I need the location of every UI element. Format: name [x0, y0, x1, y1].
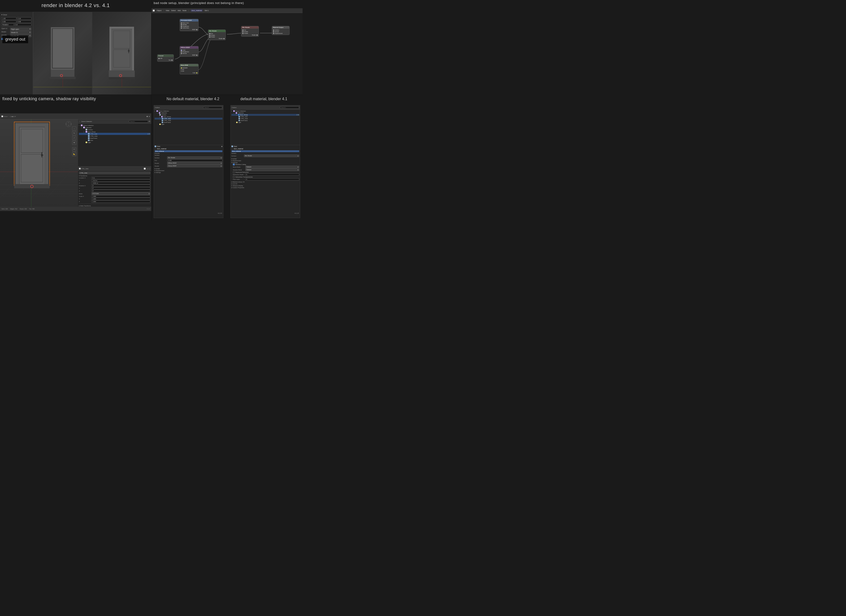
br-r-ctrl-hole-2[interactable]: CTRL_Hole [231, 118, 299, 120]
br-right-line-art[interactable]: ▸ Line Art [231, 183, 299, 185]
br-left-isolate[interactable]: ▸ Isolate [154, 168, 222, 169]
header-select[interactable]: Select [171, 10, 176, 11]
tree-item-scene-collection[interactable]: ▾ Scene Collection [79, 124, 150, 126]
scale-x-value[interactable]: 1.000 [91, 195, 150, 198]
br-left-shader1-dropdown[interactable]: Diffuse BSDF▾ [167, 162, 222, 164]
br-r-light[interactable]: Light [231, 122, 299, 123]
br-right-raytraced-checkbox[interactable] [233, 171, 235, 173]
rot-x-value[interactable]: 0° [91, 185, 150, 187]
node-diffuse-bsdf[interactable]: Diffuse BSDF Color Roughness Normal BSDF [180, 46, 198, 57]
delta-transforms-section[interactable]: ▸ Delta Transforms [79, 205, 150, 207]
br-right-blend-dropdown[interactable]: Opaque▾ [245, 166, 299, 168]
tree-item-door-group[interactable]: ▾ Door_Group [79, 131, 150, 133]
tree-item-light[interactable]: Light [79, 141, 150, 144]
node-mix-shader-1[interactable]: Mix Shader Fac Shader Shader Shader [208, 29, 226, 40]
tree-item-ctrl-hole-selected[interactable]: CTRL_hole 👁 📷 [79, 133, 150, 135]
scale-y-value[interactable]: 1.000 [91, 198, 150, 200]
br-right-shadow-dropdown[interactable]: Opaque▾ [245, 169, 299, 171]
br-right-displacement[interactable]: ▸ Displacement [231, 160, 299, 161]
br-l-camera[interactable]: Camera [154, 114, 222, 116]
model-dropdown[interactable]: Model 01 ▾ [10, 31, 31, 34]
br-right-pass-value[interactable]: 0 [245, 178, 299, 180]
render-comparison [33, 12, 151, 94]
br-left-settings[interactable]: ▸ Settings [154, 172, 222, 173]
br-r-doorframe[interactable]: DoorFrame [231, 120, 299, 122]
props-icon-mat[interactable]: ◯ [148, 168, 150, 170]
open-style-dropdown[interactable]: Right open ▾ [10, 28, 31, 31]
br-left-search[interactable] [203, 106, 222, 109]
loc-z-value[interactable]: -0.001 m [91, 182, 150, 184]
props-icon-mesh[interactable]: △ [147, 168, 148, 170]
br-l-collection[interactable]: ▾ Collection [154, 112, 222, 114]
node-principled-bsdf[interactable]: Principled BSDF Base Color Metallic Roug… [180, 19, 198, 31]
scale-z-value[interactable]: 1.000 [91, 200, 150, 203]
header-object-mode[interactable]: Object [157, 10, 162, 11]
node-editor: ⬜ Object | View Select Add Node | door_m… [151, 8, 303, 94]
loc-y-value[interactable]: -0.12 m [91, 179, 150, 182]
br-right-search[interactable] [280, 106, 299, 109]
outliner-search[interactable] [129, 120, 148, 123]
br-r-door-group[interactable]: ▾ Door_Group 👁 📷 [231, 114, 299, 116]
rot-y-value[interactable]: 0° [91, 187, 150, 189]
toolbar-rotate[interactable]: ↻ [72, 131, 76, 135]
br-r-scene-collection[interactable]: ▾ Scene Collection [231, 110, 299, 112]
br-l-door-group[interactable]: ▾ Door_Group [154, 116, 222, 118]
object-name-field[interactable]: CTRL_Hole [79, 172, 150, 174]
br-right-viewport-display[interactable]: ▸ Viewport Display [231, 185, 299, 186]
rot-z-value[interactable]: 0° [91, 190, 150, 192]
br-right-isolate[interactable]: ▸ Isolate [231, 158, 299, 160]
toolbar-measure[interactable]: 📐 [72, 152, 76, 156]
header-overlay[interactable]: ⊞ [149, 116, 150, 117]
props-icon-object[interactable]: ⬜ [144, 168, 146, 170]
br-l-light[interactable]: Light [154, 123, 222, 125]
tree-item-door[interactable]: Door [79, 139, 150, 141]
br-right-refraction-value[interactable]: 0 [245, 173, 299, 176]
3d-viewport[interactable]: ↕ ↻ ⤢ ✥ ✏ 📐 Y -Y X -X [0, 119, 78, 207]
br-left-surface-dropdown[interactable]: Mix Shader▾ [167, 156, 222, 159]
br-l-doorframe[interactable]: DoorFrame [154, 122, 222, 123]
br-left-fac-value[interactable]: 0.182 [167, 159, 222, 161]
br-right-material-library[interactable]: ▸ Material Library VX [231, 181, 299, 183]
header-node[interactable]: Node [182, 10, 187, 11]
frame-field-3[interactable]: 0.08 [1, 20, 16, 23]
frame-field-1[interactable]: 1.00 [1, 17, 16, 20]
toolbar-transform[interactable]: ✥ [72, 141, 76, 145]
header-material[interactable]: door_material [191, 9, 203, 12]
header-view[interactable]: View [166, 10, 169, 11]
frame-field-2[interactable]: 2.10 [17, 17, 32, 20]
tree-item-camera[interactable]: Camera [79, 129, 150, 131]
toolbar-move[interactable]: ↕ [72, 126, 76, 131]
node-mix-shader-2[interactable]: Mix Shader Fac Shader Shader Shader [241, 26, 259, 37]
toolbar-annotate[interactable]: ✏ [72, 147, 76, 151]
br-left-displacement[interactable]: ▸ Displacement [154, 170, 222, 171]
br-right-settings-toggle[interactable]: ▾ Settings [231, 161, 299, 163]
br-l-ctrl-hole-2[interactable]: CTRL_Hole [154, 120, 222, 122]
toolbar-scale[interactable]: ⤢ [72, 136, 76, 140]
br-left-active-material[interactable]: door_material [154, 150, 222, 152]
navigation-gizmo[interactable]: Y -Y X -X [65, 120, 72, 128]
br-right-active-material[interactable]: door_material [231, 150, 299, 152]
br-left-shader2-dropdown[interactable]: Glossy BSDF▾ [167, 165, 222, 167]
tree-item-collection[interactable]: ▾ Collection [79, 126, 150, 129]
br-l-ctrl-hole[interactable]: CTRL_hole [154, 118, 222, 120]
header-global: ⬜ Global [1, 116, 7, 117]
rotation-mode-dropdown[interactable]: XYZ Euler▾ [91, 192, 150, 195]
node-many-rgb[interactable]: Many RGB Multiplier 0.000 0.000 Color [180, 64, 198, 75]
br-r-ctrl-hole[interactable]: CTRL_hole [231, 116, 299, 118]
outliner-filter-icon[interactable]: ⊞ [149, 120, 150, 122]
frame-field-4[interactable]: 0.08 [17, 20, 32, 23]
header-viewport-shading[interactable]: ⬟ [147, 116, 148, 117]
loc-x-value[interactable]: 0 m [91, 177, 150, 179]
tree-item-doorframe[interactable]: DoorFrame [79, 137, 150, 139]
node-material-output[interactable]: Material Output Surface Volume Displacem… [272, 26, 289, 35]
node-fresnel[interactable]: Fresnel IOR Fac [157, 54, 174, 62]
rotation-value-field[interactable]: 0.0 [15, 23, 31, 26]
br-right-custom-props[interactable]: ▸ Custom Properties [231, 187, 299, 188]
br-l-scene-collection[interactable]: ▾ Scene Collection [154, 110, 222, 112]
br-r-collection[interactable]: ▾ Collection [231, 112, 299, 114]
tree-item-ctrl-hole-2[interactable]: CTRL_Hole [79, 135, 150, 137]
header-add[interactable]: Add [178, 10, 181, 11]
br-right-backface-checkbox[interactable] [233, 164, 235, 166]
br-right-subsurface-checkbox[interactable] [233, 176, 235, 178]
br-right-surface-dropdown[interactable]: Mix Shader▾ [244, 154, 299, 157]
